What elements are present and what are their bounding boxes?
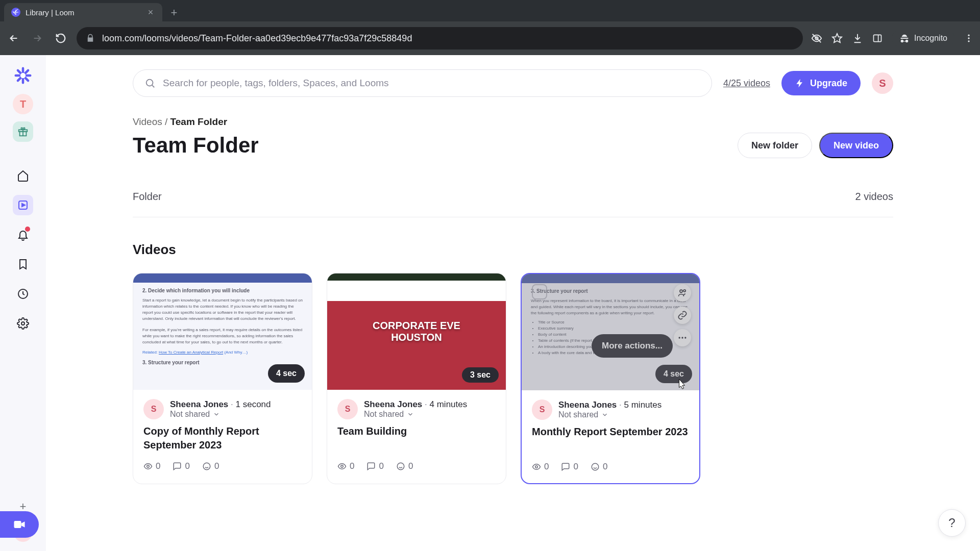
- svg-marker-20: [22, 204, 25, 207]
- chevron-down-icon: [407, 411, 414, 418]
- panel-icon[interactable]: [872, 33, 883, 43]
- video-title[interactable]: Monthly Report September 2023: [532, 425, 689, 453]
- main-content: Search for people, tags, folders, Spaces…: [46, 55, 980, 551]
- share-status[interactable]: Not shared: [558, 410, 662, 419]
- video-thumbnail[interactable]: 2. Decide which information you will inc…: [133, 273, 312, 390]
- more-actions-tooltip: More actions...: [592, 334, 673, 358]
- video-grid: 2. Decide which information you will inc…: [133, 273, 893, 484]
- svg-point-35: [592, 463, 599, 470]
- nav-bookmarks[interactable]: [13, 254, 33, 274]
- share-status[interactable]: Not shared: [364, 410, 467, 419]
- author-name: Sheena Jones: [364, 399, 422, 409]
- views-stat: 0: [532, 462, 549, 472]
- comments-stat: 0: [173, 461, 189, 471]
- author-name: Sheena Jones: [558, 400, 617, 410]
- breadcrumb-root[interactable]: Videos: [133, 116, 162, 127]
- breadcrumb: Videos / Team Folder: [133, 116, 893, 128]
- record-button[interactable]: [0, 511, 39, 538]
- video-card[interactable]: 3. Structure your report When you repres…: [521, 273, 700, 484]
- svg-point-29: [680, 290, 682, 292]
- nav-history[interactable]: [13, 284, 33, 304]
- nav-notifications[interactable]: [13, 224, 33, 245]
- svg-point-23: [146, 80, 153, 86]
- address-bar-row: loom.com/looms/videos/Team-Folder-aa0ed3…: [0, 21, 980, 55]
- more-actions-button[interactable]: [674, 329, 691, 346]
- nav-home[interactable]: [13, 165, 33, 186]
- eye-off-icon[interactable]: [811, 33, 822, 44]
- kebab-icon[interactable]: [964, 33, 974, 43]
- search-input[interactable]: Search for people, tags, folders, Spaces…: [133, 69, 712, 97]
- folder-summary-row[interactable]: Folder 2 videos: [133, 191, 893, 217]
- author-name: Sheena Jones: [170, 399, 228, 409]
- svg-point-28: [397, 463, 404, 470]
- comments-stat: 0: [366, 461, 383, 471]
- svg-point-16: [20, 73, 26, 79]
- bolt-icon: [795, 78, 805, 88]
- svg-rect-36: [14, 521, 21, 528]
- nav-library[interactable]: [13, 195, 33, 215]
- back-button[interactable]: [6, 31, 21, 46]
- url-text: loom.com/looms/videos/Team-Folder-aa0ed3…: [102, 33, 412, 44]
- select-checkbox[interactable]: [532, 284, 547, 299]
- duration-badge: 4 sec: [268, 364, 305, 383]
- lock-icon: [86, 34, 95, 43]
- svg-point-11: [968, 40, 969, 42]
- svg-point-22: [21, 322, 24, 325]
- forward-button[interactable]: [30, 31, 45, 46]
- gift-button[interactable]: [13, 121, 33, 142]
- download-icon[interactable]: [852, 33, 863, 44]
- video-thumbnail[interactable]: CORPORATE EVE HOUSTON 3 sec: [327, 273, 506, 390]
- svg-point-27: [341, 465, 344, 468]
- share-people-button[interactable]: [674, 284, 691, 302]
- time-ago: 5 minutes: [624, 400, 662, 410]
- chevron-down-icon: [213, 411, 220, 418]
- loom-logo[interactable]: [12, 64, 34, 87]
- video-card[interactable]: 2. Decide which information you will inc…: [133, 273, 312, 484]
- new-tab-button[interactable]: +: [165, 4, 183, 21]
- address-bar[interactable]: loom.com/looms/videos/Team-Folder-aa0ed3…: [77, 27, 803, 49]
- search-placeholder: Search for people, tags, folders, Spaces…: [163, 78, 389, 89]
- sidebar: T + A: [0, 55, 46, 551]
- svg-line-24: [152, 85, 154, 87]
- share-status[interactable]: Not shared: [170, 410, 271, 419]
- tab-bar: Library | Loom × +: [0, 0, 980, 21]
- comments-stat: 0: [561, 462, 578, 472]
- duration-badge: 3 sec: [462, 367, 499, 383]
- user-avatar[interactable]: S: [872, 72, 893, 94]
- incognito-badge[interactable]: Incognito: [892, 30, 954, 47]
- help-button[interactable]: ?: [938, 509, 966, 537]
- breadcrumb-current: Team Folder: [170, 116, 228, 127]
- video-thumbnail[interactable]: 3. Structure your report When you repres…: [522, 274, 699, 390]
- svg-point-31: [679, 337, 680, 338]
- workspace-avatar[interactable]: T: [13, 94, 33, 114]
- browser-tab[interactable]: Library | Loom ×: [4, 3, 162, 21]
- svg-point-26: [203, 463, 210, 470]
- video-quota-link[interactable]: 4/25 videos: [723, 78, 770, 89]
- close-tab-icon[interactable]: ×: [146, 8, 155, 17]
- copy-link-button[interactable]: [674, 307, 691, 324]
- eye-icon: [143, 462, 153, 471]
- video-title[interactable]: Team Building: [337, 424, 496, 452]
- svg-point-34: [535, 466, 538, 468]
- incognito-icon: [899, 33, 910, 44]
- time-ago: 1 second: [236, 399, 271, 409]
- upgrade-button[interactable]: Upgrade: [781, 71, 861, 95]
- author-avatar: S: [337, 399, 358, 419]
- upgrade-label: Upgrade: [810, 78, 847, 89]
- incognito-label: Incognito: [914, 34, 947, 43]
- chevron-down-icon: [601, 411, 608, 418]
- browser-chrome: Library | Loom × + loom.com/looms/videos…: [0, 0, 980, 55]
- video-title[interactable]: Copy of Monthly Report September 2023: [143, 424, 302, 452]
- svg-point-30: [683, 290, 685, 292]
- nav-settings[interactable]: [13, 313, 33, 334]
- smile-icon: [202, 462, 211, 471]
- new-folder-button[interactable]: New folder: [738, 133, 812, 158]
- star-icon[interactable]: [831, 33, 843, 44]
- reload-button[interactable]: [53, 31, 68, 46]
- svg-point-25: [147, 465, 150, 468]
- video-card[interactable]: CORPORATE EVE HOUSTON 3 sec S Sheena Jon…: [327, 273, 506, 484]
- folder-video-count: 2 videos: [855, 191, 894, 203]
- new-video-button[interactable]: New video: [819, 133, 893, 158]
- time-ago: 4 minutes: [430, 399, 468, 409]
- comment-icon: [173, 462, 182, 471]
